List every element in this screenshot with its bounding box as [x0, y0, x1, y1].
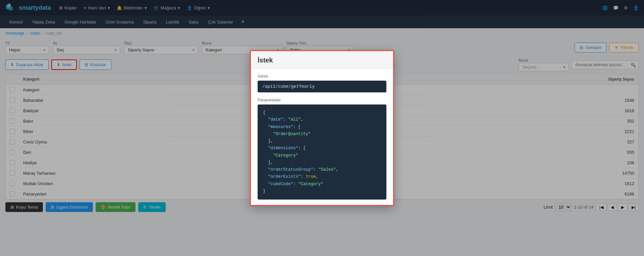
- params-code-block: { "date": "all", "measures": [ "OrderQua…: [258, 104, 386, 200]
- api-endpoint: /api1/cube/getYearly: [258, 81, 386, 92]
- address-label: Adres: [258, 74, 386, 79]
- modal-body: Adres /api1/cube/getYearly Parametreler …: [251, 69, 393, 205]
- modal-overlay[interactable]: İstek Adres /api1/cube/getYearly Paramet…: [0, 0, 644, 215]
- modal-header: İstek: [251, 51, 393, 69]
- istek-modal: İstek Adres /api1/cube/getYearly Paramet…: [250, 50, 394, 206]
- params-label: Parametreler: [258, 98, 386, 102]
- modal-title: İstek: [258, 56, 386, 64]
